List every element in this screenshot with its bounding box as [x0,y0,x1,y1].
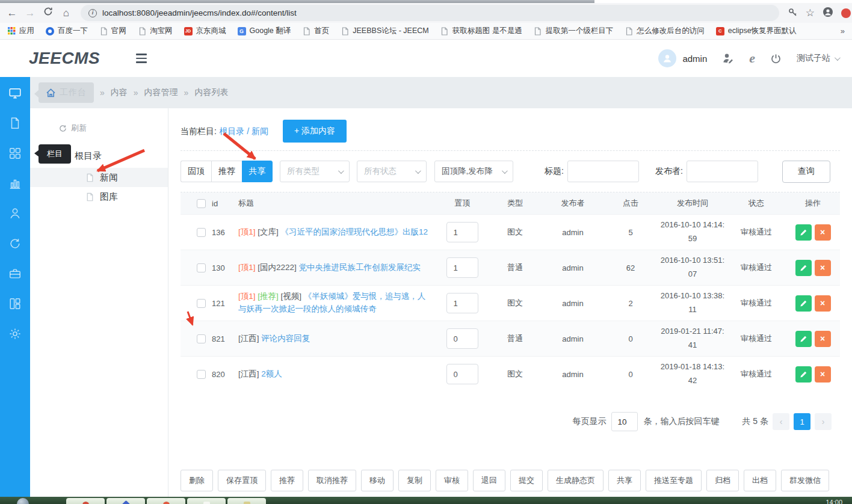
sidebar-item-statistics[interactable] [0,168,30,198]
title-filter-input[interactable] [567,161,639,182]
batch-action-button[interactable]: 推送至专题 [646,470,702,491]
delete-button[interactable]: × [815,331,831,347]
site-selector[interactable]: 测试子站 [797,53,839,64]
sidebar-item-settings[interactable] [0,319,30,349]
delete-button[interactable]: × [815,366,831,383]
edit-profile-icon[interactable] [722,52,734,64]
user-chip[interactable]: admin [658,49,707,67]
content-title-link[interactable]: 2额人 [261,369,282,378]
bookmark-item[interactable]: JEEBBS论坛 - JEECM [341,26,428,36]
bookmarks-overflow-icon[interactable]: » [841,26,845,35]
search-button[interactable]: 查询 [782,161,830,183]
menu-toggle-icon[interactable] [136,54,147,63]
batch-action-button[interactable]: 推荐 [271,470,303,491]
edit-button[interactable] [795,260,812,276]
bookmark-item[interactable]: 提取第一个级栏目下 [534,26,614,36]
row-top-input[interactable] [446,222,478,242]
sidebar-item-category[interactable] [0,138,30,168]
bookmark-item[interactable]: 应用 [7,26,34,36]
filter-toggle-button[interactable]: 固顶 [181,161,211,182]
content-title-link[interactable]: 党中央推进民族工作创新发展纪实 [299,263,421,272]
filter-toggle-button[interactable]: 共享 [242,161,273,182]
breadcrumb-item[interactable]: 内容列表 [194,87,228,98]
batch-action-button[interactable]: 审核 [436,470,468,491]
type-select[interactable]: 所有类型 [280,161,350,182]
batch-action-button[interactable]: 共享 [608,470,641,491]
url-bar[interactable]: i localhost:8080/jeeadmin/jeecms/index.d… [81,5,779,21]
delete-button[interactable]: × [815,224,831,241]
profile-icon[interactable] [823,7,833,20]
bookmark-item[interactable]: 百度一下 [46,26,88,36]
sidebar-item-toolbox[interactable] [0,259,30,289]
taskbar-app-button[interactable] [147,498,185,504]
edit-button[interactable] [795,224,812,241]
taskbar-app-button[interactable] [227,498,266,504]
bookmark-item[interactable]: C eclipse恢复界面默认 [716,26,797,36]
site-info-icon[interactable]: i [88,9,97,17]
row-top-input[interactable] [446,328,478,349]
delete-button[interactable]: × [815,295,831,312]
batch-action-button[interactable]: 生成静态页 [548,470,604,491]
batch-action-button[interactable]: 复制 [398,470,431,491]
batch-action-button[interactable]: 取消推荐 [308,470,356,491]
taskbar-app-button[interactable] [66,498,105,504]
tree-refresh-button[interactable]: 刷新 [30,118,168,138]
taskbar-app-button[interactable] [187,498,226,504]
edit-button[interactable] [795,366,812,383]
content-title-link[interactable]: 评论内容回复 [261,334,310,343]
batch-action-button[interactable]: 提交 [510,470,543,491]
add-content-button[interactable]: + 添加内容 [283,120,347,143]
row-top-input[interactable] [446,293,478,313]
content-title-link[interactable]: 《习近平的国家治理现代化思想》出版12 [281,227,428,236]
row-checkbox[interactable] [197,228,206,237]
bookmark-item[interactable]: 怎么修改后台的访问 [625,26,705,36]
sidebar-item-templates[interactable] [0,289,30,319]
prev-page-button[interactable]: ‹ [773,413,789,430]
breadcrumb-item[interactable]: 内容 [111,87,128,98]
home-icon[interactable]: ⌂ [60,7,72,19]
reload-icon[interactable] [42,7,54,19]
batch-action-button[interactable]: 归档 [706,470,739,491]
sidebar-item-update[interactable] [0,229,30,259]
batch-action-button[interactable]: 移动 [361,470,394,491]
back-icon[interactable]: ← [6,7,18,19]
row-checkbox[interactable] [197,299,206,308]
sort-select[interactable]: 固顶降,发布降 [434,161,513,182]
row-checkbox[interactable] [197,263,206,272]
filter-toggle-button[interactable]: 推荐 [211,161,242,182]
select-all-checkbox[interactable] [197,199,206,208]
sidebar-item-workbench[interactable] [0,78,30,108]
row-checkbox[interactable] [197,370,206,379]
tree-item-新闻[interactable]: 新闻 [30,168,168,187]
logout-power-icon[interactable] [770,53,782,64]
browser-menu-badge-icon[interactable] [841,8,851,18]
bookmark-item[interactable]: G Google 翻译 [238,26,291,36]
row-checkbox[interactable] [197,334,206,343]
status-select[interactable]: 所有状态 [357,161,427,182]
sidebar-item-content[interactable] [0,108,30,138]
sidebar-item-users[interactable] [0,198,30,229]
bookmark-star-icon[interactable]: ☆ [806,7,815,19]
batch-action-button[interactable]: 群发微信 [781,470,829,491]
bookmark-item[interactable]: 淘宝网 [138,26,173,36]
bookmark-item[interactable]: 首页 [302,26,329,36]
start-button-icon[interactable] [17,498,29,504]
batch-action-button[interactable]: 删除 [181,470,213,491]
bookmark-item[interactable]: JD 京东商城 [184,26,226,36]
edit-button[interactable] [795,331,812,347]
page-button-current[interactable]: 1 [794,413,810,430]
delete-button[interactable]: × [815,260,831,276]
browser-view-icon[interactable]: e [749,52,755,65]
batch-action-button[interactable]: 退回 [473,470,505,491]
batch-action-button[interactable]: 保存置顶 [218,470,266,491]
publisher-filter-input[interactable] [687,161,758,182]
taskbar-app-button[interactable] [106,498,145,504]
breadcrumb-item[interactable]: 内容管理 [144,87,178,98]
row-top-input[interactable] [446,257,478,278]
row-top-input[interactable] [446,364,478,384]
bookmark-item[interactable]: 官网 [99,26,126,36]
breadcrumb-home[interactable]: 工作台 [39,82,94,103]
tree-item-图库[interactable]: 图库 [30,187,168,206]
batch-action-button[interactable]: 出档 [744,470,776,491]
edit-button[interactable] [795,295,812,312]
